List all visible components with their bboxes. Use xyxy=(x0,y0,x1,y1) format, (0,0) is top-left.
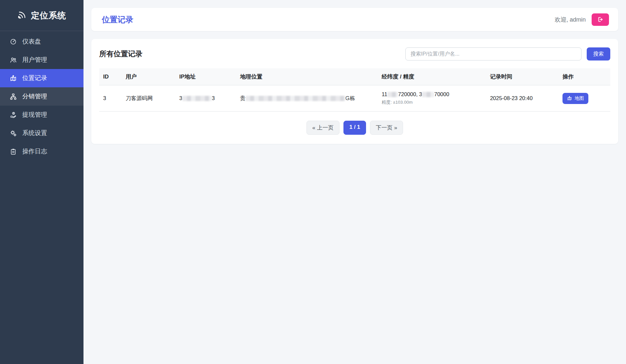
sidebar-item-label: 仪表盘 xyxy=(22,37,41,46)
redacted-blur xyxy=(422,92,434,97)
main-area: 位置记录 欢迎, admin 所有位置记录 搜索 xyxy=(83,0,626,364)
ip-prefix: 3 xyxy=(179,95,182,101)
search-group: 搜索 xyxy=(405,47,610,61)
brand: 定位系统 xyxy=(0,0,83,31)
sidebar-item-location-records[interactable]: 位置记录 xyxy=(0,69,83,87)
ip-suffix: 3 xyxy=(212,95,215,101)
location-prefix: 贵 xyxy=(240,95,246,101)
pagination-prev-button[interactable]: « 上一页 xyxy=(306,121,340,135)
sidebar-item-label: 系统设置 xyxy=(22,129,47,137)
sidebar-menu: 仪表盘 用户管理 位置记录 xyxy=(0,31,83,161)
sidebar: 定位系统 仪表盘 用户管理 xyxy=(0,0,83,364)
pagination-next-button[interactable]: 下一页 » xyxy=(370,121,403,135)
sign-out-icon xyxy=(597,16,603,23)
coord-part: 11 xyxy=(382,91,387,97)
cell-coords: 11720000, 370000 精度: ±103.00m xyxy=(378,85,486,112)
hand-holding-dollar-icon xyxy=(9,112,17,118)
sidebar-item-settings[interactable]: 系统设置 xyxy=(0,124,83,142)
column-header-coords: 经纬度 / 精度 xyxy=(378,68,486,85)
redacted-blur xyxy=(387,92,398,97)
redacted-blur xyxy=(246,96,345,101)
search-input[interactable] xyxy=(405,47,581,61)
column-header-ip: IP地址 xyxy=(175,68,236,85)
sidebar-item-label: 位置记录 xyxy=(22,74,47,82)
cell-actions: 地图 xyxy=(559,85,610,112)
clipboard-list-icon xyxy=(9,148,17,155)
panel-top: 所有位置记录 搜索 xyxy=(99,47,610,61)
sidebar-item-label: 分销管理 xyxy=(22,92,47,101)
brand-title: 定位系统 xyxy=(31,10,66,21)
welcome-text: 欢迎, admin xyxy=(555,16,586,24)
coord-part: 720000, 3 xyxy=(398,91,422,97)
users-icon xyxy=(9,57,17,63)
map-button[interactable]: 地图 xyxy=(562,93,588,104)
cell-id: 3 xyxy=(99,85,122,112)
coordinates-line: 11720000, 370000 xyxy=(382,91,482,97)
satellite-dish-icon xyxy=(17,10,27,21)
redacted-blur xyxy=(182,96,212,101)
sidebar-item-distribution[interactable]: 分销管理 xyxy=(0,87,83,106)
header-right: 欢迎, admin xyxy=(555,13,609,26)
sidebar-item-label: 用户管理 xyxy=(22,56,47,64)
map-button-label: 地图 xyxy=(575,95,584,101)
pagination-current: 1 / 1 xyxy=(343,121,366,135)
column-header-actions: 操作 xyxy=(559,68,610,85)
page-title: 位置记录 xyxy=(102,14,133,25)
gauge-icon xyxy=(9,38,17,45)
sidebar-item-users[interactable]: 用户管理 xyxy=(0,51,83,69)
cell-ip: 33 xyxy=(175,85,236,112)
sidebar-item-dashboard[interactable]: 仪表盘 xyxy=(0,32,83,51)
header-bar: 位置记录 欢迎, admin xyxy=(91,8,618,31)
column-header-id: ID xyxy=(99,68,122,85)
coord-part: 70000 xyxy=(434,91,449,97)
sidebar-item-withdrawals[interactable]: 提现管理 xyxy=(0,106,83,124)
map-marked-icon xyxy=(567,96,572,101)
sidebar-item-label: 操作日志 xyxy=(22,147,47,156)
search-button[interactable]: 搜索 xyxy=(587,47,610,61)
sidebar-item-label: 提现管理 xyxy=(22,111,47,119)
panel-heading: 所有位置记录 xyxy=(99,49,142,59)
accuracy-text: 精度: ±103.00m xyxy=(382,99,482,105)
cell-user: 刀客源码网 xyxy=(122,85,175,112)
column-header-user: 用户 xyxy=(122,68,175,85)
cell-time: 2025-08-23 20:40 xyxy=(486,85,559,112)
logout-button[interactable] xyxy=(592,13,609,26)
location-suffix: G栋 xyxy=(345,95,355,101)
cell-location: 贵G栋 xyxy=(236,85,377,112)
column-header-time: 记录时间 xyxy=(486,68,559,85)
table-header: ID 用户 IP地址 地理位置 经纬度 / 精度 记录时间 操作 xyxy=(99,68,610,85)
cogs-icon xyxy=(9,130,17,137)
map-marked-icon xyxy=(9,75,17,82)
records-table: ID 用户 IP地址 地理位置 经纬度 / 精度 记录时间 操作 3 刀客源码网… xyxy=(99,68,610,112)
sitemap-icon xyxy=(9,93,17,100)
sidebar-item-logs[interactable]: 操作日志 xyxy=(0,142,83,161)
column-header-location: 地理位置 xyxy=(236,68,377,85)
location-records-panel: 所有位置记录 搜索 ID 用户 IP地址 地理位置 经纬度 / 精度 记录时间 xyxy=(91,39,618,144)
table-row: 3 刀客源码网 33 贵G栋 11720000, 370000 精度: ±103… xyxy=(99,85,610,112)
pagination: « 上一页 1 / 1 下一页 » xyxy=(99,121,610,135)
